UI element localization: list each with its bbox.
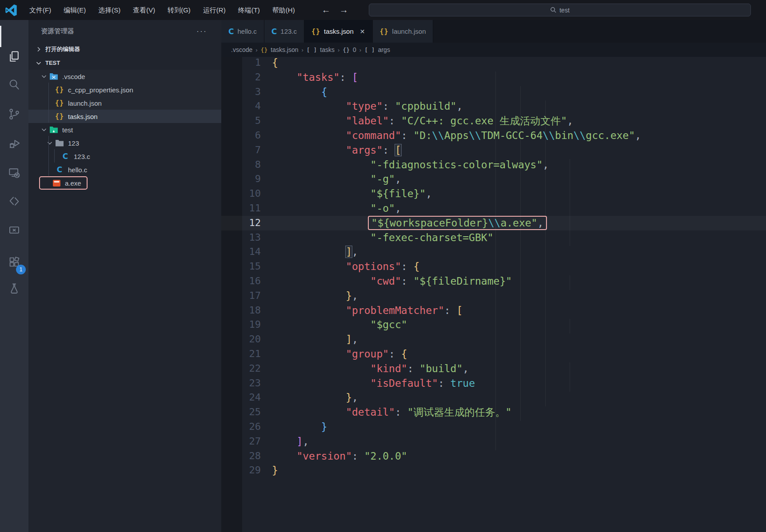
code-line-18[interactable]: 18 "problemMatcher": [ bbox=[221, 303, 766, 318]
breadcrumb-item[interactable]: tasks bbox=[320, 46, 335, 53]
tree-item--vscode[interactable]: .vscode bbox=[28, 70, 221, 83]
code-line-7[interactable]: 7 "args": [ bbox=[221, 143, 766, 158]
code-line-1[interactable]: 1{ bbox=[221, 56, 766, 70]
line-number: 10 bbox=[242, 187, 261, 201]
code-line-23[interactable]: 23 "isDefault": true bbox=[221, 376, 766, 391]
tree-item-label: test bbox=[62, 126, 73, 134]
close-icon[interactable]: ✕ bbox=[360, 28, 365, 35]
explorer-icon[interactable] bbox=[0, 46, 28, 67]
line-number: 13 bbox=[242, 230, 261, 245]
breadcrumb-symbol-icon: {} bbox=[261, 47, 268, 53]
code-line-20[interactable]: 20 ], bbox=[221, 332, 766, 347]
code-text: "isDefault": true bbox=[272, 376, 475, 391]
code-line-25[interactable]: 25 "detail": "调试器生成的任务。" bbox=[221, 405, 766, 420]
line-number: 2 bbox=[242, 70, 261, 85]
snippet-card-icon[interactable] bbox=[0, 219, 28, 241]
code-line-6[interactable]: 6 "command": "D:\\Apps\\TDM-GCC-64\\bin\… bbox=[221, 128, 766, 143]
menu-2[interactable]: 编辑(E) bbox=[57, 0, 92, 20]
code-line-24[interactable]: 24 }, bbox=[221, 390, 766, 405]
code-line-27[interactable]: 27 ], bbox=[221, 434, 766, 449]
menu-6[interactable]: 运行(R) bbox=[197, 0, 232, 20]
breadcrumb-item[interactable]: args bbox=[378, 46, 390, 53]
code-line-9[interactable]: 9 "-g", bbox=[221, 172, 766, 187]
code-line-26[interactable]: 26 } bbox=[221, 420, 766, 434]
tree-indent-guide bbox=[48, 83, 49, 123]
back-arrow-icon[interactable]: ← bbox=[317, 5, 335, 15]
tab-tasks-json[interactable]: {}tasks.json✕ bbox=[304, 20, 373, 43]
tree-item-tasks-json[interactable]: {}tasks.json bbox=[28, 110, 221, 123]
source-control-icon[interactable] bbox=[0, 103, 28, 125]
file-tree: .vscode{}c_cpp_properties.json{}launch.j… bbox=[28, 70, 221, 190]
menu-4[interactable]: 查看(V) bbox=[127, 0, 161, 20]
breadcrumb[interactable]: .vscode›{}tasks.json›[ ]tasks›{}0›[ ]arg… bbox=[221, 43, 766, 57]
tree-item-launch-json[interactable]: {}launch.json bbox=[28, 96, 221, 110]
tree-item-c-cpp-properties-json[interactable]: {}c_cpp_properties.json bbox=[28, 83, 221, 96]
tree-item-123-c[interactable]: C123.c bbox=[28, 150, 221, 163]
code-text: "label": "C/C++: gcc.exe 生成活动文件", bbox=[272, 114, 573, 128]
tab-launch-json[interactable]: {}launch.json bbox=[373, 20, 434, 43]
tree-item-a-exe[interactable]: a.exe bbox=[28, 176, 221, 190]
command-center-search[interactable]: test bbox=[369, 4, 751, 16]
code-line-13[interactable]: 13 "-fexec-charset=GBK" bbox=[221, 230, 766, 245]
tree-item-label: c_cpp_properties.json bbox=[68, 86, 133, 94]
code-line-21[interactable]: 21 "group": { bbox=[221, 347, 766, 361]
twisty-spacer bbox=[42, 178, 52, 188]
testing-flask-icon[interactable] bbox=[0, 278, 28, 299]
chevron-down-icon[interactable] bbox=[45, 138, 55, 148]
code-line-3[interactable]: 3 { bbox=[221, 85, 766, 99]
forward-arrow-icon[interactable]: → bbox=[335, 5, 353, 15]
chevron-down-icon[interactable] bbox=[39, 125, 49, 135]
open-editors-section[interactable]: 打开的编辑器 bbox=[28, 42, 221, 56]
indent-guide bbox=[570, 362, 570, 392]
extensions-icon[interactable]: 1 bbox=[0, 251, 28, 273]
tab-123-c[interactable]: C123.c bbox=[264, 20, 304, 43]
json-icon: {} bbox=[380, 28, 389, 36]
code-line-22[interactable]: 22 "kind": "build", bbox=[221, 361, 766, 376]
code-brackets-icon[interactable] bbox=[0, 191, 28, 212]
breadcrumb-item[interactable]: tasks.json bbox=[271, 46, 298, 53]
code-line-19[interactable]: 19 "$gcc" bbox=[221, 318, 766, 332]
code-line-28[interactable]: 28 "version": "2.0.0" bbox=[221, 449, 766, 464]
breadcrumb-item[interactable]: .vscode bbox=[231, 46, 252, 53]
folder-test-icon bbox=[49, 125, 59, 135]
code-line-8[interactable]: 8 "-fdiagnostics-color=always", bbox=[221, 158, 766, 172]
tree-item-123[interactable]: 123 bbox=[28, 136, 221, 150]
breadcrumb-separator: › bbox=[338, 47, 339, 53]
line-number: 3 bbox=[242, 85, 261, 99]
remote-explorer-icon[interactable] bbox=[0, 162, 28, 183]
code-line-2[interactable]: 2 "tasks": [ bbox=[221, 70, 766, 85]
workspace-section[interactable]: TEST bbox=[28, 56, 221, 70]
menu-1[interactable]: 文件(F) bbox=[23, 0, 57, 20]
menu-7[interactable]: 终端(T) bbox=[232, 0, 266, 20]
tree-item-hello-c[interactable]: Chello.c bbox=[28, 163, 221, 176]
search-icon[interactable] bbox=[0, 74, 28, 95]
indent-guide bbox=[570, 319, 570, 333]
breadcrumb-item[interactable]: 0 bbox=[353, 46, 356, 53]
indent-guide bbox=[570, 275, 570, 290]
code-line-15[interactable]: 15 "options": { bbox=[221, 259, 766, 274]
run-and-debug-icon[interactable] bbox=[0, 133, 28, 154]
menu-5[interactable]: 转到(G) bbox=[161, 0, 197, 20]
code-line-10[interactable]: 10 "${file}", bbox=[221, 187, 766, 201]
code-line-11[interactable]: 11 "-o", bbox=[221, 201, 766, 216]
code-line-14[interactable]: 14 ], bbox=[221, 245, 766, 259]
code-line-4[interactable]: 4 "type": "cppbuild", bbox=[221, 99, 766, 114]
code-line-17[interactable]: 17 }, bbox=[221, 289, 766, 303]
code-editor[interactable]: 1{2 "tasks": [3 {4 "type": "cppbuild",5 … bbox=[221, 57, 766, 532]
tab-hello-c[interactable]: Chello.c bbox=[221, 20, 264, 43]
code-line-29[interactable]: 29} bbox=[221, 463, 766, 478]
code-text: "${file}", bbox=[272, 187, 432, 201]
more-actions-icon[interactable]: ··· bbox=[196, 27, 207, 36]
line-number: 1 bbox=[242, 56, 261, 70]
code-text: "detail": "调试器生成的任务。" bbox=[272, 405, 511, 420]
code-line-16[interactable]: 16 "cwd": "${fileDirname}" bbox=[221, 274, 766, 289]
code-line-12[interactable]: 12 "${workspaceFolder}\\a.exe", bbox=[221, 216, 766, 230]
line-number: 8 bbox=[242, 158, 261, 172]
tree-item-test[interactable]: test bbox=[28, 123, 221, 136]
search-icon bbox=[550, 7, 557, 13]
code-line-5[interactable]: 5 "label": "C/C++: gcc.exe 生成活动文件", bbox=[221, 114, 766, 128]
menu-8[interactable]: 帮助(H) bbox=[266, 0, 301, 20]
code-text: "${workspaceFolder}\\a.exe", bbox=[272, 216, 544, 230]
menu-3[interactable]: 选择(S) bbox=[92, 0, 127, 20]
chevron-down-icon[interactable] bbox=[39, 71, 49, 81]
